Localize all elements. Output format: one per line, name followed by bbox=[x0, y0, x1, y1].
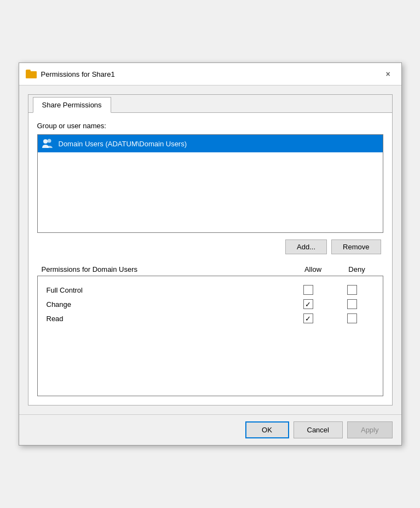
user-item[interactable]: Domain Users (ADATUM\Domain Users) bbox=[38, 135, 383, 152]
folder-icon bbox=[26, 70, 37, 78]
add-button[interactable]: Add... bbox=[285, 239, 327, 254]
tab-share-permissions[interactable]: Share Permissions bbox=[33, 97, 111, 113]
permissions-header-row: Permissions for Domain Users Allow Deny bbox=[37, 263, 383, 276]
close-button[interactable]: × bbox=[382, 67, 395, 81]
title-bar-left: Permissions for Share1 bbox=[26, 70, 115, 78]
users-icon bbox=[41, 137, 54, 150]
checkbox-allow-read[interactable] bbox=[303, 313, 313, 323]
checkbox-deny-read[interactable] bbox=[347, 313, 357, 323]
perm-deny-full-control bbox=[330, 285, 374, 295]
perm-allow-change bbox=[286, 299, 330, 309]
perm-allow-read bbox=[286, 313, 330, 323]
checkbox-allow-full-control[interactable] bbox=[303, 285, 313, 295]
permissions-section: Permissions for Domain Users Allow Deny … bbox=[37, 263, 383, 396]
group-label: Group or user names: bbox=[37, 122, 383, 130]
checkbox-deny-full-control[interactable] bbox=[347, 285, 357, 295]
perm-row-change: Change bbox=[47, 297, 374, 311]
perm-allow-full-control bbox=[286, 285, 330, 295]
dialog-body: Share Permissions Group or user names: bbox=[19, 85, 401, 414]
perm-deny-change bbox=[330, 299, 374, 309]
dialog-title: Permissions for Share1 bbox=[41, 70, 115, 78]
svg-point-1 bbox=[47, 139, 51, 143]
perm-name-full-control: Full Control bbox=[47, 286, 286, 294]
permissions-for-label: Permissions for Domain Users bbox=[42, 265, 291, 273]
dialog-window: Permissions for Share1 × Share Permissio… bbox=[19, 62, 402, 446]
svg-point-0 bbox=[43, 139, 48, 144]
add-remove-buttons: Add... Remove bbox=[37, 239, 383, 254]
tab-content: Group or user names: bbox=[28, 113, 392, 405]
ok-button[interactable]: OK bbox=[245, 421, 289, 438]
tab-header: Share Permissions bbox=[28, 95, 392, 113]
cancel-button[interactable]: Cancel bbox=[294, 421, 343, 438]
user-name: Domain Users (ADATUM\Domain Users) bbox=[59, 140, 187, 148]
remove-button[interactable]: Remove bbox=[331, 239, 381, 254]
tab-container: Share Permissions Group or user names: bbox=[28, 94, 393, 406]
permissions-table-box: Full Control Change bbox=[37, 276, 383, 396]
users-list-box[interactable]: Domain Users (ADATUM\Domain Users) bbox=[37, 134, 383, 233]
apply-button[interactable]: Apply bbox=[347, 421, 393, 438]
checkbox-allow-change[interactable] bbox=[303, 299, 313, 309]
deny-header: Deny bbox=[335, 265, 379, 273]
perm-deny-read bbox=[330, 313, 374, 323]
dialog-footer: OK Cancel Apply bbox=[19, 414, 401, 445]
perm-name-read: Read bbox=[47, 315, 286, 323]
checkbox-deny-change[interactable] bbox=[347, 299, 357, 309]
perm-row-read: Read bbox=[47, 311, 374, 326]
title-bar: Permissions for Share1 × bbox=[19, 63, 401, 85]
allow-header: Allow bbox=[291, 265, 335, 273]
perm-row-full-control: Full Control bbox=[47, 283, 374, 297]
perm-name-change: Change bbox=[47, 300, 286, 309]
